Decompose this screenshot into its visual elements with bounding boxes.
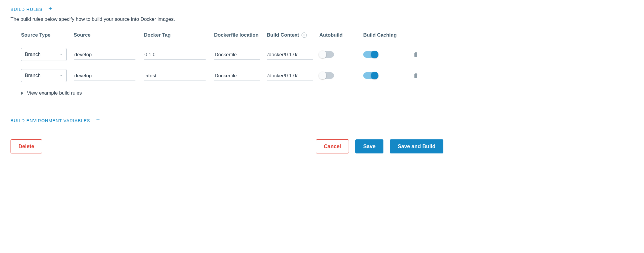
- col-docker-tag: Docker Tag: [144, 32, 214, 38]
- source-type-value: Branch: [25, 73, 41, 78]
- table-row: Branch: [21, 65, 443, 86]
- col-source: Source: [74, 32, 144, 38]
- col-source-type: Source Type: [21, 32, 74, 38]
- source-type-select[interactable]: Branch: [21, 48, 67, 61]
- col-autobuild: Autobuild: [319, 32, 363, 38]
- delete-button[interactable]: Delete: [11, 139, 42, 153]
- cancel-button[interactable]: Cancel: [316, 139, 349, 153]
- env-vars-title: BUILD ENVIRONMENT VARIABLES: [11, 118, 90, 123]
- source-type-select[interactable]: Branch: [21, 69, 67, 82]
- delete-row-button[interactable]: [407, 72, 425, 79]
- dockerfile-location-input[interactable]: [214, 71, 260, 81]
- col-build-context: Build Context i: [267, 32, 319, 38]
- source-type-value: Branch: [25, 52, 41, 57]
- info-icon[interactable]: i: [302, 33, 307, 38]
- view-example-build-rules[interactable]: View example build rules: [21, 90, 443, 96]
- autobuild-toggle[interactable]: [319, 72, 334, 79]
- build-context-input[interactable]: [267, 49, 313, 60]
- source-input[interactable]: [74, 71, 135, 81]
- save-and-build-button[interactable]: Save and Build: [390, 139, 443, 153]
- chevron-down-icon: [59, 53, 63, 56]
- delete-row-button[interactable]: [407, 51, 425, 58]
- col-dockerfile-location: Dockerfile location: [214, 32, 267, 38]
- chevron-down-icon: [59, 74, 63, 77]
- docker-tag-input[interactable]: [144, 49, 206, 60]
- build-caching-toggle[interactable]: [363, 51, 378, 58]
- chevron-right-icon: [21, 91, 23, 95]
- dockerfile-location-input[interactable]: [214, 49, 260, 60]
- save-button[interactable]: Save: [355, 139, 383, 153]
- docker-tag-input[interactable]: [144, 71, 206, 81]
- source-input[interactable]: [74, 49, 135, 60]
- autobuild-toggle[interactable]: [319, 51, 334, 58]
- build-rules-table: Source Type Source Docker Tag Dockerfile…: [11, 32, 443, 96]
- build-context-input[interactable]: [267, 71, 313, 81]
- trash-icon: [413, 51, 419, 58]
- add-env-var-button[interactable]: [95, 117, 101, 124]
- build-rules-title: BUILD RULES: [11, 7, 42, 12]
- col-build-caching: Build Caching: [363, 32, 407, 38]
- build-rules-description: The build rules below specify how to bui…: [11, 16, 633, 22]
- table-row: Branch: [21, 44, 443, 65]
- build-caching-toggle[interactable]: [363, 72, 378, 79]
- add-build-rule-button[interactable]: [48, 6, 53, 12]
- trash-icon: [413, 72, 419, 79]
